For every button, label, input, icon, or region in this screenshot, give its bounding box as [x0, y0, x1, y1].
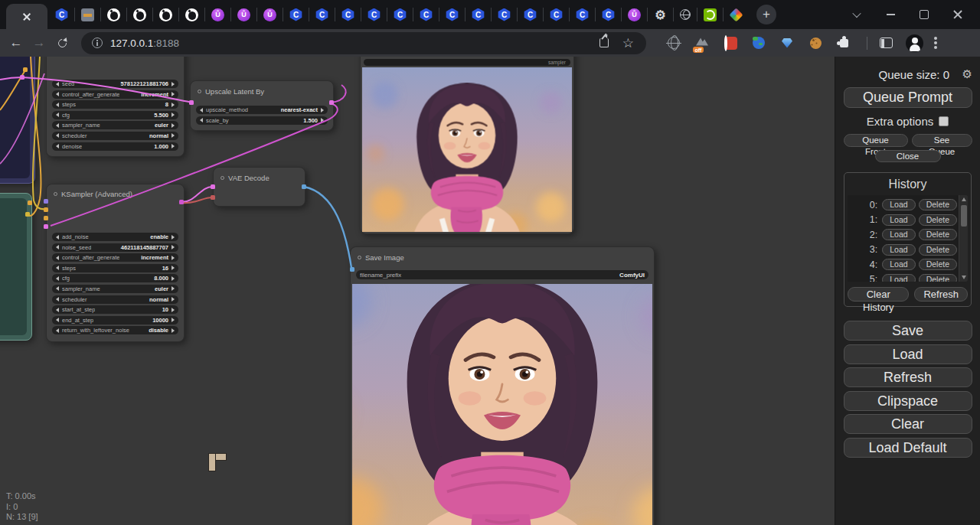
- reload-button[interactable]: [51, 31, 74, 54]
- pinned-tab[interactable]: C: [361, 8, 387, 21]
- negative-input-slot[interactable]: [44, 216, 48, 220]
- pinned-tab[interactable]: [178, 8, 204, 21]
- widget-decrement-icon[interactable]: [56, 123, 59, 128]
- pinned-tab[interactable]: ⚙: [647, 8, 673, 21]
- widget-increment-icon[interactable]: [172, 286, 175, 291]
- node-collapse-icon[interactable]: [198, 90, 201, 93]
- node-widget[interactable]: steps 8: [52, 100, 178, 109]
- widget-increment-icon[interactable]: [172, 144, 175, 148]
- widget-decrement-icon[interactable]: [56, 256, 59, 260]
- widget-decrement-icon[interactable]: [56, 297, 59, 302]
- widget-increment-icon[interactable]: [172, 245, 175, 249]
- extension-red-icon[interactable]: [724, 37, 737, 50]
- scroll-up-icon[interactable]: [959, 195, 968, 204]
- widget-decrement-icon[interactable]: [56, 82, 59, 86]
- pinned-tab[interactable]: [126, 8, 152, 21]
- node-widget[interactable]: upscale_method nearest-exact: [196, 106, 328, 114]
- upscale-output-slot[interactable]: [329, 100, 334, 105]
- save-image-node[interactable]: Save Image filename_prefix ComfyUI: [350, 246, 655, 525]
- site-info-icon[interactable]: [92, 38, 103, 48]
- preview-image-node[interactable]: sampler: [360, 57, 574, 234]
- pinned-tab[interactable]: C: [543, 8, 569, 21]
- history-delete-button[interactable]: Delete: [919, 244, 957, 256]
- scrollbar-thumb[interactable]: [961, 205, 967, 227]
- widget-increment-icon[interactable]: [321, 108, 324, 112]
- ksampler-advanced-node[interactable]: KSampler (Advanced) add_noise enable noi…: [46, 184, 185, 342]
- upscale-input-slot[interactable]: [189, 100, 194, 105]
- node-widget[interactable]: noise_seed 462118145887707: [52, 243, 178, 252]
- model-input-slot[interactable]: [44, 199, 48, 204]
- node-widget[interactable]: seed 578122121881706: [52, 80, 178, 88]
- close-button[interactable]: Close: [875, 150, 941, 162]
- clip-text-encode-positive-node[interactable]: ilingils,soft, RAW,urredh theledasideile…: [0, 57, 35, 184]
- pinned-tab[interactable]: [74, 8, 100, 21]
- pinned-tab[interactable]: [673, 8, 697, 21]
- side-panel-icon[interactable]: [880, 38, 893, 48]
- widget-increment-icon[interactable]: [172, 235, 175, 240]
- share-icon[interactable]: [599, 38, 609, 47]
- widget-decrement-icon[interactable]: [56, 266, 59, 270]
- history-delete-button[interactable]: Delete: [919, 259, 957, 270]
- address-bar[interactable]: 127.0.0.1:8188 ☆: [81, 32, 646, 54]
- node-widget[interactable]: control_after_generate increment: [52, 90, 178, 99]
- pinned-tab[interactable]: C: [387, 8, 413, 21]
- node-widget[interactable]: end_at_step 10000: [52, 316, 178, 324]
- menu-action-button[interactable]: Save: [844, 321, 972, 341]
- reroute-slot[interactable]: [25, 212, 30, 217]
- reroute-slot[interactable]: [28, 201, 32, 205]
- widget-increment-icon[interactable]: [172, 112, 175, 117]
- vae-input-slot[interactable]: [211, 195, 215, 200]
- filename-prefix-widget[interactable]: filename_prefix ComfyUI: [356, 270, 648, 279]
- node-collapse-icon[interactable]: [220, 176, 224, 180]
- widget-decrement-icon[interactable]: [56, 112, 59, 117]
- pinned-tab[interactable]: C: [283, 8, 309, 21]
- forward-button[interactable]: →: [28, 31, 51, 54]
- node-widget[interactable]: scheduler normal: [52, 295, 178, 304]
- widget-increment-icon[interactable]: [172, 256, 175, 260]
- history-delete-button[interactable]: Delete: [919, 274, 957, 282]
- node-widget[interactable]: sampler: [364, 59, 570, 66]
- tab-close-icon[interactable]: [23, 13, 31, 21]
- widget-decrement-icon[interactable]: [56, 133, 59, 138]
- pinned-tab[interactable]: C: [465, 8, 491, 21]
- back-button[interactable]: ←: [5, 31, 28, 54]
- node-widget[interactable]: scheduler normal: [52, 132, 178, 140]
- widget-decrement-icon[interactable]: [56, 328, 59, 333]
- node-widget[interactable]: return_with_leftover_noise disable: [52, 326, 178, 334]
- node-widget[interactable]: sampler_name euler: [52, 285, 178, 293]
- pinned-tab[interactable]: C: [595, 8, 621, 21]
- latent-input-slot[interactable]: [44, 224, 48, 229]
- see-queue-button[interactable]: See Queue: [912, 134, 972, 147]
- widget-decrement-icon[interactable]: [56, 276, 59, 281]
- group-corner-handle[interactable]: [208, 453, 225, 470]
- widget-increment-icon[interactable]: [172, 82, 175, 86]
- reroute-slot[interactable]: [23, 67, 28, 72]
- history-delete-button[interactable]: Delete: [919, 229, 957, 240]
- widget-increment-icon[interactable]: [172, 308, 175, 312]
- history-delete-button[interactable]: Delete: [919, 199, 957, 210]
- history-load-button[interactable]: Load: [882, 274, 915, 282]
- pinned-tab[interactable]: [100, 8, 126, 21]
- pinned-tab[interactable]: Û: [256, 8, 283, 21]
- menu-action-button[interactable]: Clear: [844, 414, 972, 434]
- extension-earth-icon[interactable]: [753, 37, 765, 49]
- extensions-puzzle-icon[interactable]: [840, 39, 848, 47]
- pinned-tab[interactable]: C: [439, 8, 465, 21]
- active-tab[interactable]: [6, 4, 47, 29]
- pinned-tab[interactable]: Û: [230, 8, 256, 21]
- node-widget[interactable]: start_at_step 10: [52, 305, 178, 314]
- browser-menu-icon[interactable]: [934, 41, 937, 44]
- history-delete-button[interactable]: Delete: [919, 214, 957, 226]
- extension-blocker-icon[interactable]: [696, 38, 708, 46]
- widget-increment-icon[interactable]: [172, 92, 175, 96]
- maximize-button[interactable]: [917, 8, 931, 21]
- profile-avatar[interactable]: [906, 34, 923, 52]
- tab-search-chevron-icon[interactable]: [850, 8, 864, 21]
- node-widget[interactable]: add_noise enable: [52, 233, 178, 241]
- widget-decrement-icon[interactable]: [200, 118, 203, 122]
- vae-decode-node[interactable]: VAE Decode: [213, 167, 305, 207]
- pinned-tab[interactable]: C: [517, 8, 543, 21]
- extra-options-checkbox[interactable]: [939, 116, 949, 126]
- widget-increment-icon[interactable]: [172, 276, 175, 281]
- history-load-button[interactable]: Load: [882, 244, 915, 256]
